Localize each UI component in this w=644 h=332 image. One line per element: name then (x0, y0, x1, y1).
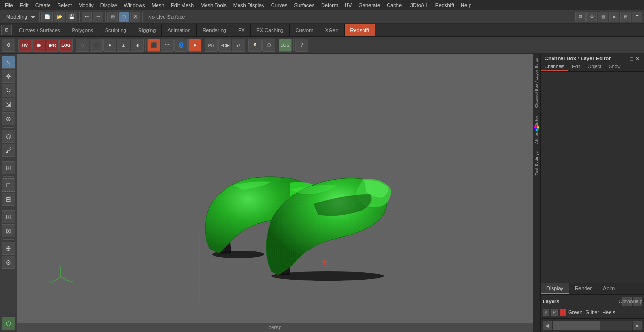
tab-rigging[interactable]: Rigging (132, 24, 162, 36)
menu-3dtoall[interactable]: -3DtoAll- (405, 1, 431, 9)
rs-material-btn[interactable]: ⬡ (2, 317, 15, 330)
rs-tool-1[interactable]: 🍳 (248, 39, 262, 52)
shelf-settings-btn[interactable]: ⚙ (2, 39, 15, 52)
pr-btn-2[interactable]: PR▶ (218, 39, 231, 52)
layer-scroll-right-btn[interactable]: ▶ (633, 321, 642, 330)
layer-visibility-btn[interactable]: V (543, 309, 549, 316)
menu-redshift[interactable]: Redshift (432, 1, 457, 9)
menu-mesh[interactable]: Mesh (149, 1, 167, 9)
show-manipulator-btn[interactable]: ⊞ (2, 161, 15, 174)
panel-close-btn[interactable]: ✕ (636, 56, 640, 61)
menu-mesh-tools[interactable]: Mesh Tools (198, 1, 229, 9)
display-tab[interactable]: Display (541, 283, 569, 294)
tool-settings-btn[interactable]: ⊞ (620, 12, 631, 22)
tab-fx-caching[interactable]: FX Caching (251, 24, 289, 36)
shape-cone-btn[interactable]: ▲ (117, 39, 130, 52)
extrude-btn[interactable]: ⊞ (2, 210, 15, 223)
redo-btn[interactable]: ↪ (93, 12, 103, 22)
menu-windows[interactable]: Windows (121, 1, 148, 9)
mode-dropdown[interactable]: Modeling (2, 12, 37, 22)
soft-select-btn[interactable]: ◎ (2, 130, 15, 143)
ipr-btn-2[interactable]: IPR (46, 39, 59, 52)
tab-fx[interactable]: FX (232, 24, 251, 36)
menu-cache[interactable]: Cache (384, 1, 405, 9)
move-tool-btn[interactable]: ✥ (2, 70, 15, 83)
log-btn[interactable]: LOG (59, 39, 73, 52)
panel-minimize-btn[interactable]: ─ (624, 56, 629, 61)
log-view-btn[interactable]: LOG (279, 39, 292, 52)
outliner-btn[interactable]: ▤ (598, 12, 608, 22)
viewport-3d[interactable]: x z y persp (17, 54, 533, 332)
lasso-select-btn[interactable]: ⊠ (130, 12, 140, 22)
cb-object-tab[interactable]: Object (584, 63, 605, 71)
channel-box-tab-vertical[interactable]: Channel Box / Layer Editor (533, 54, 540, 112)
cb-show-tab[interactable]: Show (605, 63, 624, 71)
new-file-btn[interactable]: 📄 (41, 12, 53, 22)
rs-curve-btn[interactable]: 🌀 (174, 39, 188, 52)
tab-curves-surfaces[interactable]: Curves / Surfaces (13, 24, 66, 36)
snap-settings-btn[interactable]: ⚙ (586, 12, 597, 22)
display-render-btn[interactable]: 🖥 (575, 12, 586, 22)
shape-sphere-btn[interactable]: ● (103, 39, 116, 52)
menu-mesh-display[interactable]: Mesh Display (231, 1, 267, 9)
layer-playback-btn[interactable]: P (551, 309, 558, 316)
bridge-btn[interactable]: ⊠ (2, 224, 15, 237)
tab-custom[interactable]: Custom (290, 24, 320, 36)
tab-xgen[interactable]: XGen (319, 24, 344, 36)
tab-animation[interactable]: Animation (162, 24, 197, 36)
vertex-btn[interactable]: □ (2, 178, 15, 192)
menu-help[interactable]: Help (458, 1, 474, 9)
menu-modify[interactable]: Modify (75, 1, 96, 9)
tab-rendering[interactable]: Rendering (197, 24, 232, 36)
layer-color-swatch[interactable] (560, 309, 566, 316)
undo-btn[interactable]: ↩ (82, 12, 92, 22)
rs-tool-2[interactable]: ⬡ (262, 39, 275, 52)
select-tool-btn[interactable]: ↖ (2, 56, 15, 69)
render-tab[interactable]: Render (569, 283, 597, 294)
attr-editor-btn[interactable]: ≡ (609, 12, 619, 22)
layer-scroll-left-btn[interactable]: ◀ (543, 321, 552, 330)
menu-surfaces[interactable]: Surfaces (291, 1, 317, 9)
menu-display[interactable]: Display (98, 1, 120, 9)
layer-scroll-thumb[interactable] (553, 321, 600, 330)
menu-uv[interactable]: UV (342, 1, 355, 9)
rs-edit-btn[interactable]: ~~ (161, 39, 174, 52)
cb-edit-tab[interactable]: Edit (568, 63, 584, 71)
ipr-btn-1[interactable]: ◉ (32, 39, 45, 52)
anim-tab[interactable]: Anim (597, 283, 620, 294)
rs-geo-btn[interactable]: ⬛ (147, 39, 160, 52)
layers-options-btn[interactable]: Options (622, 297, 632, 306)
menu-file[interactable]: File (2, 1, 16, 9)
menu-edit-mesh[interactable]: Edit Mesh (168, 1, 197, 9)
menu-deform[interactable]: Deform (318, 1, 341, 9)
rv-btn[interactable]: RV (18, 39, 32, 52)
menu-curves[interactable]: Curves (268, 1, 290, 9)
shape-cube-btn[interactable]: ⬛ (90, 39, 103, 52)
save-file-btn[interactable]: 💾 (66, 12, 77, 22)
cb-channels-tab[interactable]: Channels (541, 63, 568, 71)
mode-settings-btn[interactable]: ⚙ (1, 25, 12, 35)
menu-create[interactable]: Create (33, 1, 54, 9)
channel-box-toggle-btn[interactable]: ≣ (632, 12, 642, 22)
open-file-btn[interactable]: 📂 (54, 12, 65, 22)
layers-help-btn[interactable]: Help (633, 297, 642, 306)
pr-btn-3[interactable]: ⇄ (232, 39, 245, 52)
snap-curve-btn[interactable]: ⊗ (2, 256, 15, 269)
transform-tool-btn[interactable]: ⊕ (2, 112, 15, 125)
viewport[interactable]: View Shading Lighting Show Renderer Pane… (17, 54, 533, 332)
shape-diamond-btn[interactable]: ◇ (76, 39, 89, 52)
tab-sculpting[interactable]: Sculpting (99, 24, 132, 36)
scale-tool-btn[interactable]: ⇲ (2, 98, 15, 111)
pr-btn-1[interactable]: PR (205, 39, 218, 52)
help-btn[interactable]: ? (295, 39, 308, 52)
paint-select-btn[interactable]: 🖌 (2, 144, 15, 157)
rs-obj-btn[interactable]: ● (188, 39, 201, 52)
select-by-hierarchy-btn[interactable]: ⊞ (107, 12, 118, 22)
tab-redshift[interactable]: Redshift (345, 24, 375, 36)
tab-polygons[interactable]: Polygons (66, 24, 99, 36)
menu-edit[interactable]: Edit (17, 1, 32, 9)
rotate-tool-btn[interactable]: ↻ (2, 84, 15, 97)
edge-btn[interactable]: ⊟ (2, 193, 15, 206)
select-btn[interactable]: ⊡ (119, 12, 129, 22)
menu-generate[interactable]: Generate (355, 1, 383, 9)
